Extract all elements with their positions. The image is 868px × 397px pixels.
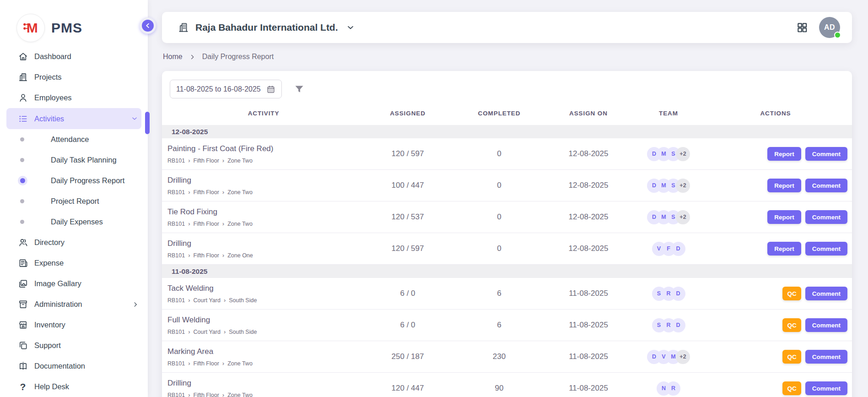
assign-on-cell: 11-08-2025 (543, 289, 634, 298)
activity-cell: Tack WeldingRB101›Court Yard›South Side (167, 284, 360, 304)
date-range-input[interactable]: 11-08-2025 to 16-08-2025 (170, 80, 282, 98)
sidebar-item-image-gallary[interactable]: Image Gallary (0, 273, 148, 294)
chevron-right-icon: › (222, 158, 224, 163)
comment-button[interactable]: Comment (805, 350, 847, 364)
table-row: DrillingRB101›Fifth Floor›Zone One120 / … (162, 233, 852, 265)
sidebar-subitem-daily-progress-report[interactable]: Daily Progress Report (0, 170, 148, 191)
sidebar-item-administration[interactable]: Administration (0, 294, 148, 315)
activity-title: Tack Welding (167, 284, 360, 293)
sidebar: M PMS DashboardProjectsEmployeesActiviti… (0, 0, 148, 397)
comment-button[interactable]: Comment (805, 381, 847, 395)
actions-cell: QCComment (703, 287, 848, 300)
activity-title: Marking Area (167, 347, 360, 356)
filter-row: 11-08-2025 to 16-08-2025 (162, 71, 852, 101)
sidebar-item-documentation[interactable]: Documentation (0, 356, 148, 376)
activity-cell: Painting - First Coat (Fire Red)RB101›Fi… (167, 144, 360, 164)
team-avatar-extra-count: +2 (676, 350, 690, 364)
table-row: Tie Rod FixingRB101›Fifth Floor›Zone Two… (162, 201, 852, 233)
team-avatar-extra-count: +2 (676, 210, 690, 224)
report-button[interactable]: Report (767, 179, 801, 192)
path-segment: RB101 (167, 297, 185, 304)
breadcrumb-home[interactable]: Home (163, 53, 183, 61)
report-button[interactable]: Report (767, 210, 801, 224)
sidebar-item-help-desk[interactable]: ?Help Desk (0, 376, 148, 397)
activity-cell: Marking AreaRB101›Fifth Floor›Zone Two (167, 347, 360, 367)
sidebar-item-projects[interactable]: Projects (0, 67, 148, 87)
assigned-cell: 120 / 597 (360, 149, 456, 158)
sidebar-item-employees[interactable]: Employees (0, 87, 148, 108)
sidebar-subitem-label: Daily Task Planning (51, 156, 117, 164)
activity-cell: DrillingRB101›Fifth Floor›Zone Two (167, 176, 360, 196)
activity-location-path: RB101›Fifth Floor›Zone Two (167, 158, 360, 164)
filter-funnel-icon[interactable] (294, 84, 305, 95)
sidebar-subitem-attendance[interactable]: Attendance (0, 129, 148, 150)
sidebar-item-label: Image Gallary (34, 279, 140, 288)
path-segment: Fifth Floor (194, 392, 219, 397)
sidebar-item-label: Support (34, 341, 140, 350)
qc-button[interactable]: QC (782, 381, 801, 395)
chevron-right-icon: › (188, 329, 190, 335)
app-logo[interactable]: M PMS (0, 0, 148, 44)
team-avatar: D (671, 318, 685, 332)
users-icon (17, 237, 28, 248)
path-segment: Court Yard (194, 329, 221, 335)
activity-title: Drilling (167, 379, 360, 388)
assigned-cell: 100 / 447 (360, 181, 456, 190)
actions-cell: ReportComment (703, 210, 848, 224)
actions-cell: ReportComment (703, 179, 848, 192)
comment-button[interactable]: Comment (805, 210, 847, 224)
app-name: PMS (51, 20, 82, 36)
chevron-right-icon: › (188, 297, 190, 303)
activity-location-path: RB101›Fifth Floor›Zone Two (167, 360, 360, 367)
comment-button[interactable]: Comment (805, 242, 847, 256)
qc-button[interactable]: QC (782, 350, 801, 364)
path-segment: RB101 (167, 158, 185, 164)
user-avatar[interactable]: AD (819, 17, 840, 38)
sidebar-subitem-daily-expenses[interactable]: Daily Expenses (0, 212, 148, 232)
comment-button[interactable]: Comment (805, 318, 847, 332)
comment-button[interactable]: Comment (805, 179, 847, 192)
sidebar-collapse-button[interactable] (140, 17, 156, 34)
report-button[interactable]: Report (767, 147, 801, 161)
assign-on-cell: 11-08-2025 (543, 321, 634, 330)
home-icon (17, 51, 28, 62)
sidebar-item-label: Directory (34, 238, 140, 247)
qc-button[interactable]: QC (782, 318, 801, 332)
assigned-cell: 250 / 187 (360, 352, 456, 361)
comment-button[interactable]: Comment (805, 287, 847, 300)
breadcrumb: Home Daily Progress Report (163, 53, 274, 61)
activity-title: Drilling (167, 239, 360, 248)
path-segment: Fifth Floor (194, 158, 219, 164)
box-icon (17, 299, 28, 310)
path-segment: Zone Two (227, 392, 253, 397)
completed-cell: 0 (456, 212, 543, 222)
apps-grid-icon[interactable] (796, 22, 808, 33)
company-selector[interactable]: Raja Bahadur International Ltd. (178, 22, 355, 33)
date-group-header: 12-08-2025 (162, 125, 852, 138)
completed-cell: 230 (456, 352, 543, 361)
sidebar-item-support[interactable]: Support (0, 335, 148, 356)
path-segment: South Side (229, 297, 257, 304)
report-button[interactable]: Report (767, 242, 801, 256)
sidebar-item-dashboard[interactable]: Dashboard (0, 46, 148, 67)
assigned-cell: 6 / 0 (360, 289, 456, 298)
qc-button[interactable]: QC (782, 287, 801, 300)
chevron-right-icon: › (188, 221, 190, 227)
sidebar-subitem-daily-task-planning[interactable]: Daily Task Planning (0, 150, 148, 170)
column-header-activity: Activity (167, 110, 360, 117)
team-cell: SRD (634, 318, 703, 332)
team-cell: VFD (634, 242, 703, 256)
chevron-right-icon: › (222, 252, 224, 258)
assigned-cell: 120 / 537 (360, 212, 456, 222)
sidebar-item-activities[interactable]: Activities (6, 108, 141, 129)
comment-button[interactable]: Comment (805, 147, 847, 161)
sidebar-item-inventory[interactable]: Inventory (0, 315, 148, 335)
chevron-right-icon: › (188, 252, 190, 258)
path-segment: Fifth Floor (194, 189, 219, 196)
assigned-cell: 6 / 0 (360, 321, 456, 330)
sidebar-subitem-project-report[interactable]: Project Report (0, 191, 148, 212)
path-segment: RB101 (167, 360, 185, 367)
sidebar-item-expense[interactable]: Expense (0, 253, 148, 273)
assign-on-cell: 12-08-2025 (543, 181, 634, 190)
sidebar-item-directory[interactable]: Directory (0, 232, 148, 253)
